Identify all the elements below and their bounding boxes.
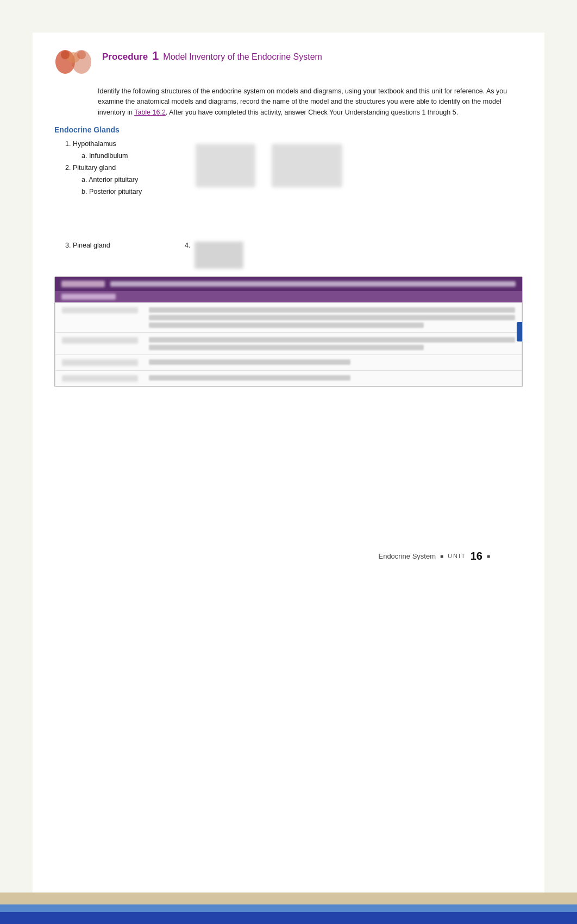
row-label — [62, 307, 138, 313]
bullet-right: ■ — [487, 553, 490, 559]
list-item-3: 3. Pineal gland — [65, 242, 185, 249]
bottom-bars — [0, 893, 577, 924]
row-label — [62, 337, 138, 344]
row-content — [149, 375, 515, 381]
list-item-4: 4. — [185, 242, 243, 269]
table-row — [55, 371, 522, 386]
bar-blue-dark — [0, 912, 577, 924]
table-subheader-col1 — [61, 294, 116, 300]
table-header-row — [55, 277, 522, 291]
row-label — [62, 375, 138, 382]
unit-indicator: Endocrine System ■ UNIT 16 ■ — [54, 539, 523, 573]
procedure-body: Identify the following structures of the… — [54, 86, 523, 118]
row-content — [149, 359, 515, 365]
section-heading: Endocrine Glands — [54, 125, 523, 134]
row-label — [62, 359, 138, 366]
anatomy-image-2 — [272, 144, 342, 187]
procedure-label: Procedure — [102, 52, 148, 62]
list-item-2: 2. Pituitary gland — [65, 162, 185, 174]
row-content — [149, 337, 515, 350]
list-item-1: 1. Hypothalamus — [65, 138, 185, 150]
row-content-line — [149, 359, 350, 365]
procedure-header: Procedure 1 Model Inventory of the Endoc… — [54, 49, 523, 79]
procedure-icon — [54, 47, 92, 77]
bar-tan — [0, 893, 577, 904]
item-4-number: 4. — [185, 242, 190, 249]
svg-point-4 — [77, 50, 86, 59]
row-content-line — [149, 375, 350, 381]
system-label: Endocrine System — [378, 552, 436, 560]
row-content — [149, 307, 515, 328]
row-content-line — [149, 345, 424, 350]
anatomy-image-1 — [196, 144, 255, 187]
table-row — [55, 355, 522, 371]
bullet-left: ■ — [440, 553, 443, 559]
row-content-line — [149, 322, 424, 328]
table-link[interactable]: Table 16.2 — [134, 109, 166, 116]
body-text-2: . After you have completed this activity… — [166, 109, 458, 116]
item-3-4-row: 3. Pineal gland 4. — [54, 242, 523, 269]
table-row — [55, 333, 522, 355]
table-header-label — [61, 281, 105, 287]
anatomy-images-row — [196, 144, 342, 187]
procedure-subtitle: Model Inventory of the Endocrine System — [163, 52, 322, 62]
model-inventory-table — [54, 276, 523, 387]
unit-label: UNIT — [448, 553, 466, 559]
page-spacer — [54, 387, 523, 539]
list-item-2a: a. Anterior pituitary — [81, 174, 185, 186]
list-item-1a: a. Infundibulum — [81, 150, 185, 162]
row-content-line — [149, 315, 515, 320]
svg-point-3 — [61, 50, 70, 59]
procedure-number: 1 — [152, 49, 159, 63]
table-subheader-row — [55, 291, 522, 302]
table-row — [55, 303, 522, 333]
endocrine-list-section: 1. Hypothalamus a. Infundibulum 2. Pitui… — [54, 138, 523, 198]
list-column: 1. Hypothalamus a. Infundibulum 2. Pitui… — [54, 138, 185, 198]
procedure-title-area: Procedure 1 Model Inventory of the Endoc… — [102, 49, 322, 64]
table-header-title — [110, 281, 516, 287]
table-body — [55, 302, 522, 387]
row-content-line — [149, 337, 515, 343]
bar-blue-light — [0, 904, 577, 912]
unit-number: 16 — [471, 550, 482, 562]
row-content-line — [149, 307, 515, 313]
list-item-2b: b. Posterior pituitary — [81, 186, 185, 198]
anatomy-image-3 — [195, 242, 243, 269]
side-button[interactable] — [517, 322, 523, 341]
